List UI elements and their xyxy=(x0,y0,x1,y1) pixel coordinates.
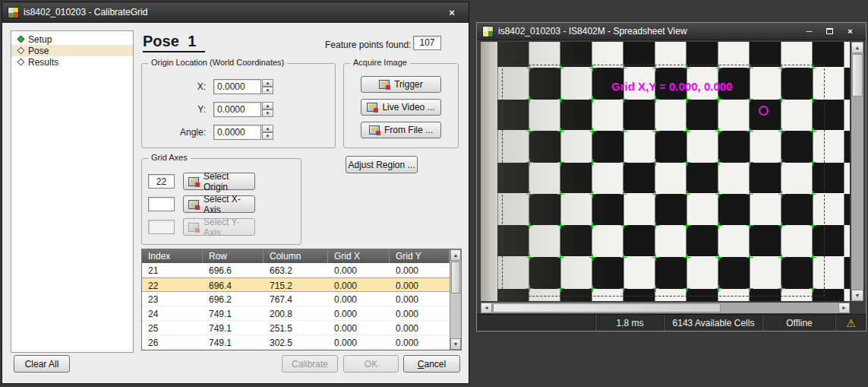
scroll-up-icon[interactable]: ▲ xyxy=(450,249,461,261)
button-label: Trigger xyxy=(394,79,423,90)
scrollbar-thumb[interactable] xyxy=(493,303,721,312)
column-header-grid-x[interactable]: Grid X xyxy=(328,249,390,263)
scroll-down-icon[interactable]: ▼ xyxy=(450,338,461,350)
calibrate-button: Calibrate xyxy=(282,355,338,373)
calibration-image[interactable]: Grid X,Y = 0.000, 0.000 xyxy=(481,42,850,301)
x-spinner: ▲ ▼ xyxy=(262,79,273,94)
grid-axes-group: Grid Axes 22 Select Origin Select X-Axis… xyxy=(141,158,301,245)
feature-point-cross xyxy=(746,96,753,103)
feature-point-cross xyxy=(557,254,564,261)
select-x-axis-button[interactable]: Select X-Axis xyxy=(183,195,255,213)
close-icon[interactable]: × xyxy=(440,5,463,20)
scroll-down-icon[interactable]: ▼ xyxy=(851,290,863,301)
table-scrollbar[interactable]: ▲ ▼ xyxy=(450,249,461,350)
spreadsheet-view-window: is8402_010203 - IS8402M - Spreadsheet Vi… xyxy=(476,22,866,331)
scrollbar-thumb[interactable] xyxy=(852,54,863,97)
spinner-down-icon[interactable]: ▼ xyxy=(262,87,273,94)
feature-point-cross xyxy=(589,65,596,71)
status-acquisition-time: 1.8 ms xyxy=(596,315,664,331)
table-row[interactable]: 25 749.1 251.5 0.000 0.000 xyxy=(142,321,450,335)
spinner-down-icon[interactable]: ▼ xyxy=(262,132,273,140)
acquire-image-group: Acquire Image Trigger Live Video ... Fro… xyxy=(343,63,459,148)
button-label: Select Y-Axis xyxy=(204,217,254,238)
feature-point-cross xyxy=(683,65,690,71)
feature-point-cross xyxy=(652,96,659,103)
feature-point-cross xyxy=(715,191,722,198)
feature-point-cross xyxy=(746,128,753,135)
spinner-down-icon[interactable]: ▼ xyxy=(262,109,273,117)
close-icon[interactable]: × xyxy=(840,25,860,38)
scroll-right-icon[interactable]: ► xyxy=(838,303,850,313)
feature-point-cross xyxy=(746,159,753,166)
y-field[interactable]: 0.0000 xyxy=(213,102,261,117)
feature-point-cross xyxy=(557,128,564,135)
column-header-column[interactable]: Column xyxy=(264,249,328,263)
x-field[interactable]: 0.0000 xyxy=(213,79,261,94)
feature-point-cross xyxy=(683,285,690,292)
live-video-button[interactable]: Live Video ... xyxy=(361,99,441,116)
select-y-axis-button: Select Y-Axis xyxy=(183,218,255,236)
minimize-icon[interactable]: ─ xyxy=(799,25,819,38)
from-file-button[interactable]: From File ... xyxy=(361,122,441,138)
scroll-up-icon[interactable]: ▲ xyxy=(851,42,863,53)
tree-item-results[interactable]: Results xyxy=(11,56,133,68)
status-badge: Offline xyxy=(763,315,836,331)
feature-point-cross xyxy=(557,65,564,71)
table-row[interactable]: 21 696.6 663.2 0.000 0.000 xyxy=(142,263,450,278)
feature-point-cross xyxy=(683,159,690,166)
spreadsheet-titlebar[interactable]: is8402_010203 - IS8402M - Spreadsheet Vi… xyxy=(477,23,866,40)
feature-point-cross xyxy=(810,222,816,229)
warning-icon[interactable]: ⚠ xyxy=(836,315,866,331)
scrollbar-track[interactable] xyxy=(721,303,838,313)
cancel-button[interactable]: Cancel xyxy=(403,355,460,373)
feature-point-cross xyxy=(715,96,722,103)
column-header-row[interactable]: Row xyxy=(203,249,264,263)
table-row[interactable]: 26 749.1 302.5 0.000 0.000 xyxy=(142,335,450,350)
table-header: Index Row Column Grid X Grid Y xyxy=(142,249,450,263)
clear-all-button[interactable]: Clear All xyxy=(14,355,70,373)
image-vertical-scrollbar[interactable]: ▲ ▼ xyxy=(851,42,863,301)
feature-point-cross xyxy=(778,96,785,103)
scrollbar-thumb[interactable] xyxy=(451,262,460,293)
x-axis-index-field[interactable] xyxy=(148,197,175,211)
spinner-up-icon[interactable]: ▲ xyxy=(262,125,273,132)
feature-point-cross xyxy=(526,222,533,229)
feature-point-cross xyxy=(810,285,816,292)
angle-spinner: ▲ ▼ xyxy=(262,125,273,140)
table-row-selected[interactable]: 22 696.4 715.2 0.000 0.000 xyxy=(142,278,450,292)
select-origin-button[interactable]: Select Origin xyxy=(183,173,255,190)
column-header-index[interactable]: Index xyxy=(142,249,203,263)
origin-index-field[interactable]: 22 xyxy=(148,174,175,189)
tree-item-pose[interactable]: Pose xyxy=(11,45,133,56)
ok-button: OK xyxy=(343,355,399,373)
adjust-region-button[interactable]: Adjust Region ... xyxy=(346,156,418,173)
window-title: is8402_010203 - IS8402M - Spreadsheet Vi… xyxy=(498,26,687,36)
maximize-icon[interactable] xyxy=(819,25,840,38)
feature-point-cross xyxy=(652,254,659,261)
feature-point-cross xyxy=(526,96,533,103)
feature-point-cross xyxy=(683,222,690,229)
feature-point-cross xyxy=(620,65,627,71)
calibrate-titlebar[interactable]: is8402_010203 - CalibrateGrid × xyxy=(2,2,469,23)
spinner-up-icon[interactable]: ▲ xyxy=(262,102,273,109)
trigger-button[interactable]: Trigger xyxy=(361,76,441,93)
tree-item-label: Results xyxy=(28,57,58,68)
group-legend: Acquire Image xyxy=(350,58,410,67)
feature-point-cross xyxy=(715,285,722,292)
feature-point-cross xyxy=(589,254,596,261)
image-horizontal-scrollbar[interactable]: ◄ ► xyxy=(481,303,850,313)
feature-point-cross xyxy=(746,65,753,71)
scroll-left-icon[interactable]: ◄ xyxy=(481,303,492,313)
feature-point-cross xyxy=(652,65,659,71)
table-row[interactable]: 24 749.1 200.8 0.000 0.000 xyxy=(142,306,450,321)
tree-item-label: Pose xyxy=(28,46,49,56)
column-header-grid-y[interactable]: Grid Y xyxy=(390,249,450,263)
diamond-icon xyxy=(17,47,25,55)
tree-item-setup[interactable]: Setup xyxy=(11,33,133,45)
spinner-up-icon[interactable]: ▲ xyxy=(262,79,273,87)
feature-point-cross xyxy=(589,96,596,103)
feature-point-cross xyxy=(652,128,659,135)
table-row[interactable]: 23 696.2 767.4 0.000 0.000 xyxy=(142,292,450,306)
select-origin-icon xyxy=(188,177,199,186)
angle-field[interactable]: 0.0000 xyxy=(213,125,261,140)
